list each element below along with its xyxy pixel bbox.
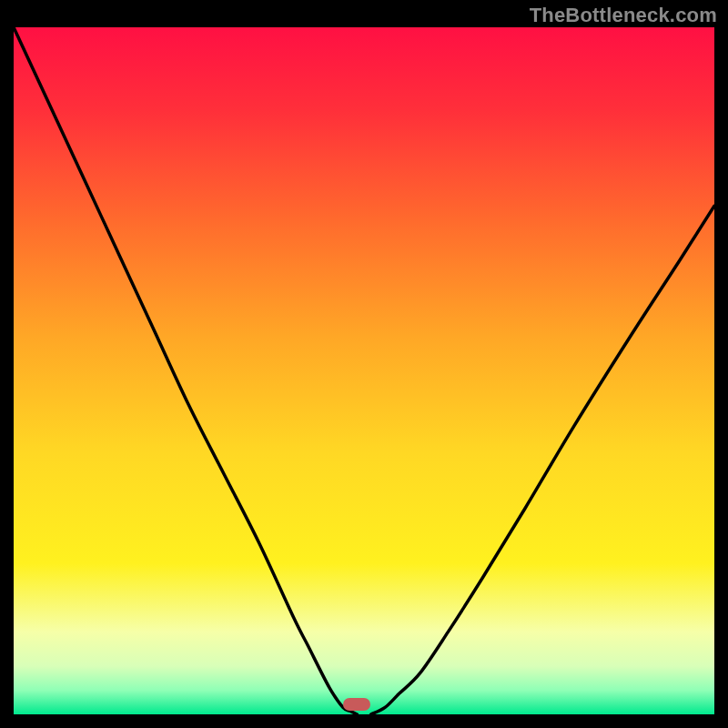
bottleneck-marker: [343, 698, 370, 711]
left-curve: [14, 27, 357, 714]
chart-frame: TheBottleneck.com: [0, 0, 728, 728]
plot-area: [14, 27, 714, 714]
curves-layer: [14, 27, 714, 714]
right-curve: [371, 206, 714, 714]
watermark-label: TheBottleneck.com: [530, 4, 717, 27]
